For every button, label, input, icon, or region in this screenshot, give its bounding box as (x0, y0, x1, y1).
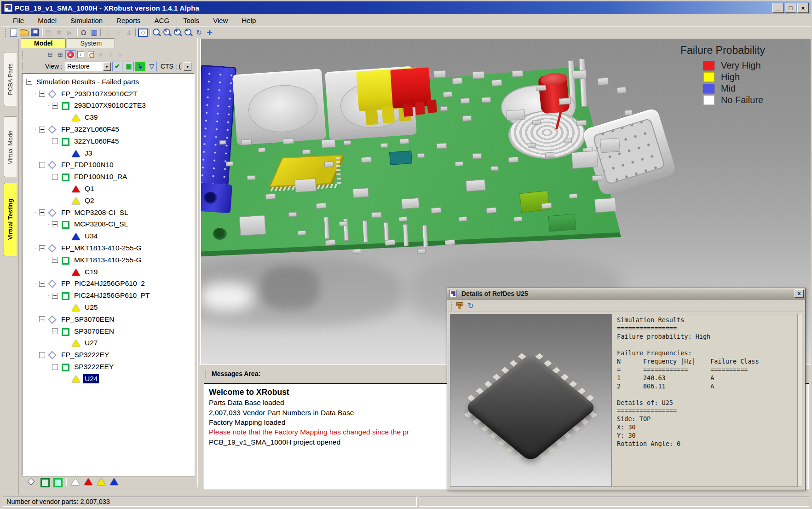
panel-tool-icon[interactable]: ▶ (116, 50, 126, 59)
panel-tool-icon[interactable]: ⊞ (55, 50, 65, 59)
tree-expander[interactable] (26, 79, 32, 85)
details-tool-icon[interactable] (454, 301, 465, 311)
toolbar-icon[interactable]: ♟ (124, 28, 134, 37)
tree-row[interactable]: FP_322YL060F45 (23, 123, 194, 135)
tree-expander[interactable] (39, 352, 45, 358)
panel-toolbar-grip[interactable] (22, 51, 24, 59)
tree-row[interactable]: C39 (23, 111, 194, 123)
tree-expander[interactable] (39, 162, 45, 168)
tree-expander[interactable] (52, 257, 58, 263)
toolbar-icon[interactable]: ▶ (64, 28, 75, 37)
tree-expander[interactable] (52, 364, 58, 370)
tree-row[interactable]: FP_SP3222EY (23, 349, 194, 361)
toolbar-icon[interactable] (29, 28, 40, 37)
toolbar-icon[interactable]: ⌂ (103, 28, 113, 37)
tree-row[interactable]: J3 (23, 147, 194, 159)
menu-item[interactable]: File (6, 15, 31, 26)
title-bar[interactable]: PCB_19_v1_SMA_1000H - XRobust version 1.… (1, 1, 811, 14)
details-title-bar[interactable]: Details of RefDes U25 × (447, 288, 805, 300)
tree-expander[interactable] (39, 127, 45, 133)
details-close-button[interactable]: × (795, 289, 804, 298)
tree-expander[interactable] (39, 209, 45, 215)
close-button[interactable]: × (797, 3, 809, 13)
tree-row[interactable]: FP_293D107X9010C2T (23, 88, 194, 100)
details-toolbar-grip[interactable] (450, 301, 453, 310)
tree-row[interactable]: MKT1813-410-255-G (23, 254, 194, 266)
toolbar-icon[interactable] (148, 28, 151, 37)
toolbar-icon[interactable] (8, 28, 19, 37)
details-tool-icon[interactable]: ↻ (465, 301, 476, 311)
panel-tab[interactable]: System (67, 38, 115, 48)
tree-row[interactable]: Q1 (23, 183, 194, 195)
green-soic[interactable] (548, 214, 576, 232)
tree-row[interactable]: Q2 (23, 195, 194, 207)
toolbar-icon[interactable]: ▫ (151, 28, 162, 37)
tree-row[interactable]: FDP100N10_RA (23, 171, 194, 183)
view-toolbar-grip[interactable] (22, 62, 24, 70)
toolbar-icon[interactable]: × (162, 28, 173, 37)
view-button[interactable]: ↳ (135, 62, 145, 71)
tree-expander[interactable] (39, 91, 45, 97)
details-window[interactable]: Details of RefDes U25 × ↻ Simulation Res… (447, 288, 806, 490)
component-3d-preview[interactable] (450, 314, 612, 487)
toolbar-icon[interactable] (99, 28, 103, 37)
view-mode-dropdown-arrow[interactable]: ▾ (103, 62, 111, 71)
menu-item[interactable]: Model (31, 15, 63, 26)
panel-tool-icon[interactable]: ⇕ (106, 50, 116, 59)
tree-expander[interactable] (52, 293, 58, 299)
tree-expander[interactable] (52, 174, 58, 180)
lime-chip[interactable] (519, 191, 550, 213)
cts-dropdown-arrow[interactable]: ▾ (184, 62, 191, 71)
tree-row[interactable]: FP_SP3070EEN (23, 313, 194, 325)
tree-row[interactable]: FP_MKT1813-410-255-G (23, 242, 194, 254)
tree-expander[interactable] (39, 245, 45, 251)
tree-row[interactable]: Simulation Results - Failed parts (23, 76, 194, 88)
messages-grip[interactable] (204, 370, 207, 378)
tree-row[interactable]: 293D107X9010C2TE3 (23, 100, 194, 112)
tree-row[interactable]: FP_PIC24HJ256GP610_2 (23, 278, 194, 290)
side-tab-virtual-model[interactable]: Virtual Model (4, 116, 17, 177)
panel-tool-icon[interactable]: ■ (96, 50, 106, 59)
toolbar-icon[interactable] (19, 28, 29, 37)
tree-row[interactable]: PIC24HJ256GP610_PT (23, 289, 194, 301)
toolbar-icon[interactable] (40, 28, 43, 37)
panel-tab[interactable]: Model (21, 38, 66, 48)
tree-expander[interactable] (52, 221, 58, 227)
toolbar-icon[interactable]: ✱ (54, 28, 64, 37)
tree-row[interactable]: U25 (23, 301, 194, 313)
toolbar-icon[interactable]: ⌂ (113, 28, 124, 37)
toolbar-icon[interactable]: − (183, 28, 194, 37)
maximize-button[interactable]: □ (785, 3, 796, 13)
tree-row[interactable]: U34 (23, 230, 194, 242)
details-scrollbar[interactable] (798, 314, 802, 487)
menu-item[interactable]: Reports (109, 15, 148, 26)
panel-tool-icon[interactable] (65, 50, 75, 59)
view-button[interactable]: ▣ (124, 62, 134, 71)
tree-row[interactable]: FP_MCP3208-CI_SL (23, 207, 194, 219)
tree-expander[interactable] (52, 103, 58, 109)
tree-row[interactable]: C19 (23, 266, 194, 278)
toolbar-icon[interactable]: + (173, 28, 183, 37)
power-component-veryhigh[interactable] (390, 67, 432, 109)
toolbar-icon[interactable]: ▤ (43, 28, 54, 37)
tree-row[interactable]: SP3070EEN (23, 325, 194, 337)
tree-row[interactable]: U27 (23, 337, 194, 349)
minimize-button[interactable]: _ (772, 3, 784, 13)
panel-tool-icon[interactable] (75, 50, 86, 59)
toolbar-icon[interactable] (138, 28, 148, 37)
tree-expander[interactable] (52, 138, 58, 144)
teal-chip[interactable] (389, 150, 412, 165)
menu-item[interactable]: Simulation (63, 15, 109, 26)
view-button[interactable]: ✔ (112, 62, 122, 71)
panel-tool-icon[interactable] (86, 50, 96, 59)
toolbar-icon[interactable]: ✚ (204, 28, 215, 37)
toolbar-icon[interactable]: ↻ (194, 28, 204, 37)
side-tab-virtual-testing[interactable]: Virtual Testing (4, 183, 17, 256)
tree-expander[interactable] (52, 328, 58, 334)
tree-expander[interactable] (39, 281, 45, 287)
view-button[interactable]: ▽ (147, 62, 157, 71)
tree-row[interactable]: 322YL060F45 (23, 135, 194, 147)
toolbar-icon[interactable]: ▥ (89, 28, 99, 37)
side-tab-pcba-parts[interactable]: PCBA Parts (4, 52, 17, 106)
toolbar-icon[interactable] (134, 28, 138, 37)
